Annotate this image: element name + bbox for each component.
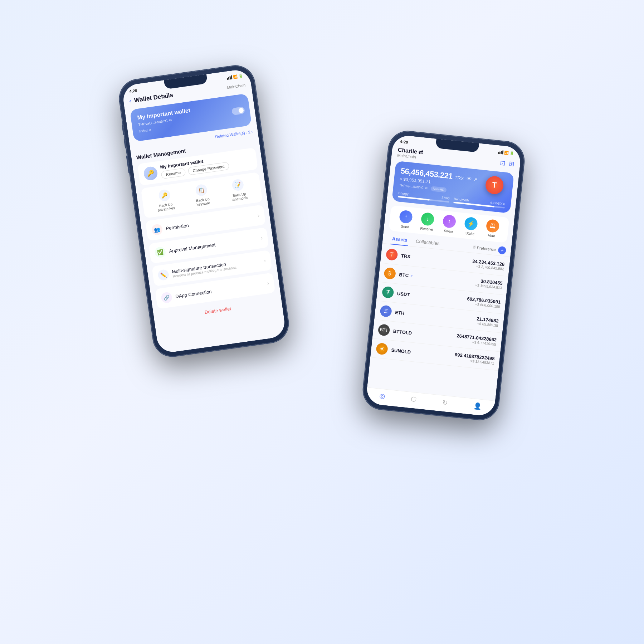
tab-collectibles[interactable]: Collectibles	[411, 235, 444, 249]
tron-logo: T	[485, 175, 504, 195]
volume-down-btn	[124, 138, 127, 148]
chevron-right-icon-3: ›	[263, 257, 266, 264]
addr-copy-icon[interactable]: ⧉	[425, 186, 427, 190]
nav-profile[interactable]: 👤	[473, 402, 482, 410]
balance-expand-icon[interactable]: ↗	[473, 176, 478, 182]
backup-keystore[interactable]: 📋 Back Upkeystore	[194, 184, 210, 207]
stake-label: Stake	[465, 231, 475, 236]
preference-button[interactable]: ⇅ Preference	[472, 245, 496, 252]
bttold-icon: BTT	[378, 324, 390, 336]
usdt-name: USDT	[397, 291, 410, 297]
mgmt-wallet-info: My important wallet Rename Change Passwo…	[160, 155, 230, 179]
swap-action[interactable]: ↕ Swap	[442, 214, 457, 234]
sunold-icon: ☀	[376, 343, 388, 355]
energy-label: Energy	[398, 191, 409, 196]
dapp-label: DApp Connection	[175, 289, 212, 299]
private-key-icon: 🔑	[158, 189, 171, 202]
chevron-right-icon: ›	[257, 212, 260, 219]
wallet-details-screen: 4:20 📶 🔋 ‹	[121, 68, 287, 354]
chain-label: MainChain	[226, 83, 246, 89]
nav-assets[interactable]: ◎	[379, 392, 385, 400]
nav-history[interactable]: ↻	[442, 399, 448, 407]
nav-assets-icon: ◎	[379, 392, 385, 400]
nav-discover-icon: ⬡	[410, 395, 417, 404]
mnemonic-icon: 📝	[231, 179, 244, 191]
back-button[interactable]: ‹	[129, 97, 132, 105]
btc-icon: ₿	[384, 267, 396, 280]
stake-icon: ⚡	[464, 216, 478, 231]
right-wifi-icon: 📶	[504, 150, 509, 155]
right-phone-screen: 4:20 📶 🔋	[365, 134, 522, 416]
non-hd-badge: Non-HD	[430, 186, 447, 193]
dapp-icon: 🔗	[161, 292, 173, 304]
btc-name: BTC ✓	[399, 272, 413, 279]
vote-icon: 🗳	[486, 219, 500, 233]
receive-action[interactable]: ↓ Receive	[420, 212, 435, 231]
multisig-icon: ✏️	[157, 269, 170, 281]
permission-icon: 👥	[151, 224, 163, 236]
main-wallet-screen: 4:20 📶 🔋	[365, 134, 522, 416]
copy-icon[interactable]: ⧉	[169, 118, 172, 122]
sunold-name: SUNOLD	[391, 347, 411, 355]
rename-button[interactable]: Rename	[161, 168, 186, 179]
preference-label: Preference	[477, 245, 496, 252]
permission-label: Permission	[166, 223, 189, 231]
volume-up-btn	[122, 125, 125, 135]
power-btn	[126, 155, 130, 173]
backup-pk-label: Back Upprivate key	[157, 202, 175, 212]
receive-icon: ↓	[421, 212, 435, 226]
left-phone: 4:20 📶 🔋 ‹	[117, 63, 291, 358]
signal-bars	[226, 75, 232, 80]
keystore-icon: 📋	[195, 184, 208, 196]
chevron-right-icon-2: ›	[260, 235, 263, 241]
stake-action[interactable]: ⚡ Stake	[463, 216, 478, 236]
sort-icon: ⇅	[472, 245, 476, 250]
right-signal-bars	[498, 150, 503, 155]
sunold-values: 692.418878222498 ≈$ 13.5483871	[454, 352, 495, 365]
multisig-label: Multi-signature transaction Request or p…	[172, 260, 237, 278]
vote-action[interactable]: 🗳 Vote	[485, 219, 499, 238]
backup-mn-label: Back Upmnemonic	[231, 192, 248, 202]
header-action-icons: ⊡ ⊞	[500, 158, 515, 168]
nav-profile-icon: 👤	[473, 402, 482, 410]
battery-icon: 🔋	[238, 74, 243, 78]
send-label: Send	[401, 224, 409, 229]
swap-label: Swap	[444, 229, 453, 234]
backup-ks-label: Back Upkeystore	[196, 197, 210, 207]
user-info: Charlie ⇄ MainChain	[397, 146, 424, 160]
add-asset-button[interactable]: +	[498, 246, 506, 254]
balance-currency: TRX	[454, 175, 464, 181]
balance-eye-icon[interactable]: 👁	[467, 176, 472, 182]
bandwidth-bar: Bandwidth 4000/5000	[453, 197, 505, 209]
wallet-avatar: 🔑	[143, 166, 158, 181]
backup-private-key[interactable]: 🔑 Back Upprivate key	[155, 189, 175, 212]
tron-decoration: T	[484, 175, 508, 199]
send-action[interactable]: ↑ Send	[399, 210, 413, 229]
right-battery-icon: 🔋	[509, 151, 514, 155]
approval-icon: ✅	[154, 246, 166, 258]
backup-mnemonic[interactable]: 📝 Back Upmnemonic	[229, 178, 248, 202]
eth-name: ETH	[395, 309, 405, 316]
asset-list: T TRX 34,234,453.126 ≈$ 2,760,842.982 ₿ …	[367, 244, 510, 401]
tab-assets[interactable]: Assets	[387, 233, 412, 246]
bttold-name: BTTOLD	[393, 328, 412, 336]
trx-values: 34,234,453.126 ≈$ 2,760,842.982	[472, 258, 505, 271]
usdt-values: 602,786.035091 ≈$ 606,000.199	[467, 296, 501, 309]
receive-label: Receive	[420, 226, 433, 231]
chevron-right-icon-4: ›	[267, 280, 269, 287]
qr-icon[interactable]: ⊞	[509, 160, 515, 168]
btc-verified-icon: ✓	[410, 274, 413, 278]
bandwidth-label: Bandwidth	[454, 197, 469, 202]
usdt-icon: ₮	[382, 286, 394, 298]
wifi-icon: 📶	[233, 74, 238, 79]
status-time: 4:20	[129, 88, 137, 94]
bttold-values: 2648771.04328662 ≈$ 6.77419355	[456, 333, 497, 347]
scan-icon[interactable]: ⊡	[500, 158, 506, 167]
swap-network-icon[interactable]: ⇄	[418, 148, 424, 156]
eth-icon: Ξ	[380, 305, 392, 317]
energy-bar: Energy 37/60	[398, 191, 450, 203]
approval-label: Approval Management	[169, 242, 216, 254]
wallet-toggle[interactable]	[231, 107, 245, 116]
nav-discover[interactable]: ⬡	[410, 395, 417, 404]
trx-icon: T	[386, 248, 398, 261]
